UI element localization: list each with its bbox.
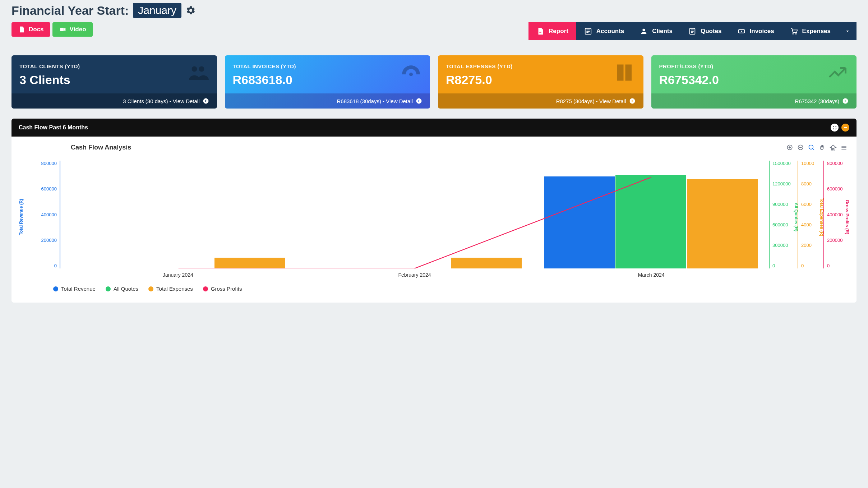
tab-expenses[interactable]: Expenses [782, 22, 839, 40]
gear-icon[interactable] [186, 5, 196, 15]
chart-panel-title: Cash Flow Past 6 Months [19, 124, 88, 131]
tab-label: Expenses [802, 28, 831, 35]
tab-label: Quotes [701, 28, 722, 35]
chart-title: Cash Flow Analysis [71, 144, 849, 151]
caret-down-icon [845, 29, 850, 34]
video-icon [59, 26, 66, 33]
zoom-out-icon[interactable] [797, 144, 805, 152]
x-axis-labels: January 2024 February 2024 March 2024 [60, 272, 770, 278]
card-total-expenses[interactable]: TOTAL EXPENSES (YTD) R8275.0 R8275 (30da… [438, 55, 643, 109]
expenses-icon [790, 27, 798, 35]
card-profit-loss[interactable]: PROFIT/LOSS (YTD) R675342.0 R675342 (30d… [651, 55, 857, 109]
legend-revenue[interactable]: Total Revenue [53, 286, 96, 292]
arrow-circle-icon [416, 98, 422, 104]
nav-tabs: Report Accounts Clients Quotes Invoices … [528, 22, 857, 40]
card-value: R683618.0 [233, 73, 423, 87]
invoices-icon [738, 27, 745, 35]
card-title: PROFIT/LOSS (YTD) [659, 63, 849, 69]
svg-point-1 [643, 29, 645, 31]
arrow-circle-icon [629, 98, 636, 104]
tab-report[interactable]: Report [528, 22, 576, 40]
fy-start-label: Financial Year Start: [11, 4, 129, 18]
menu-icon[interactable] [840, 144, 848, 152]
chart-panel: Cash Flow Past 6 Months − Cash Flow Anal… [11, 119, 857, 303]
card-title: TOTAL EXPENSES (YTD) [446, 63, 636, 69]
chart-toolbar [786, 144, 848, 152]
card-total-clients[interactable]: TOTAL CLIENTS (YTD) 3 Clients 3 Clients … [11, 55, 217, 109]
svg-point-6 [795, 33, 797, 35]
tab-label: Clients [652, 28, 673, 35]
y-axis-expenses: Total Expenses (R) 10000 8000 6000 4000 … [798, 161, 823, 268]
y-axis-profits: Gross Profits (R) 800000 600000 400000 2… [823, 161, 849, 268]
docs-label: Docs [29, 26, 44, 33]
accounts-icon [584, 27, 592, 35]
home-icon[interactable] [829, 144, 837, 152]
video-label: Video [70, 26, 86, 33]
document-icon [18, 26, 25, 33]
card-total-invoices[interactable]: TOTAL INVOICES (YTD) R683618.0 R683618 (… [225, 55, 430, 109]
arrow-circle-icon [203, 98, 209, 104]
fy-start-value[interactable]: January [133, 3, 181, 18]
card-foot[interactable]: R683618 (30days) - View Detail [225, 93, 430, 109]
legend-quotes[interactable]: All Quotes [106, 286, 138, 292]
card-title: TOTAL INVOICES (YTD) [233, 63, 423, 69]
tab-label: Accounts [596, 28, 624, 35]
chart-legend: Total Revenue All Quotes Total Expenses … [53, 286, 849, 292]
clients-icon [640, 27, 648, 35]
report-pdf-icon [536, 27, 544, 35]
quotes-icon [688, 27, 696, 35]
card-foot[interactable]: R675342 (30days) [651, 93, 857, 109]
svg-point-10 [409, 73, 413, 76]
y-axis-quotes: All Quotes (R) 1500000 1200000 900000 60… [770, 161, 798, 268]
zoom-select-icon[interactable] [808, 144, 816, 152]
legend-profits[interactable]: Gross Profits [203, 286, 242, 292]
tab-label: Invoices [750, 28, 774, 35]
svg-point-4 [741, 31, 742, 32]
tab-more[interactable] [839, 22, 857, 40]
svg-point-16 [809, 145, 813, 149]
tab-label: Report [549, 28, 568, 35]
tab-accounts[interactable]: Accounts [576, 22, 632, 40]
legend-expenses[interactable]: Total Expenses [148, 286, 193, 292]
tab-invoices[interactable]: Invoices [730, 22, 782, 40]
expand-icon[interactable] [831, 124, 839, 132]
video-button[interactable]: Video [52, 22, 93, 37]
card-foot[interactable]: R8275 (30days) - View Detail [438, 93, 643, 109]
pan-icon[interactable] [818, 144, 826, 152]
tab-quotes[interactable]: Quotes [680, 22, 730, 40]
zoom-in-icon[interactable] [786, 144, 794, 152]
collapse-icon[interactable]: − [841, 124, 849, 132]
y-axis-revenue: Total Revenue (R) 800000 600000 400000 2… [19, 161, 60, 268]
card-title: TOTAL CLIENTS (YTD) [19, 63, 209, 69]
arrow-circle-icon [842, 98, 849, 104]
card-foot[interactable]: 3 Clients (30 days) - View Detail [11, 93, 217, 109]
chart-plot[interactable] [60, 161, 770, 268]
card-value: R675342.0 [659, 73, 849, 87]
card-value: R8275.0 [446, 73, 636, 87]
card-value: 3 Clients [19, 73, 209, 87]
docs-button[interactable]: Docs [11, 22, 50, 37]
tab-clients[interactable]: Clients [632, 22, 680, 40]
svg-point-5 [792, 33, 794, 35]
